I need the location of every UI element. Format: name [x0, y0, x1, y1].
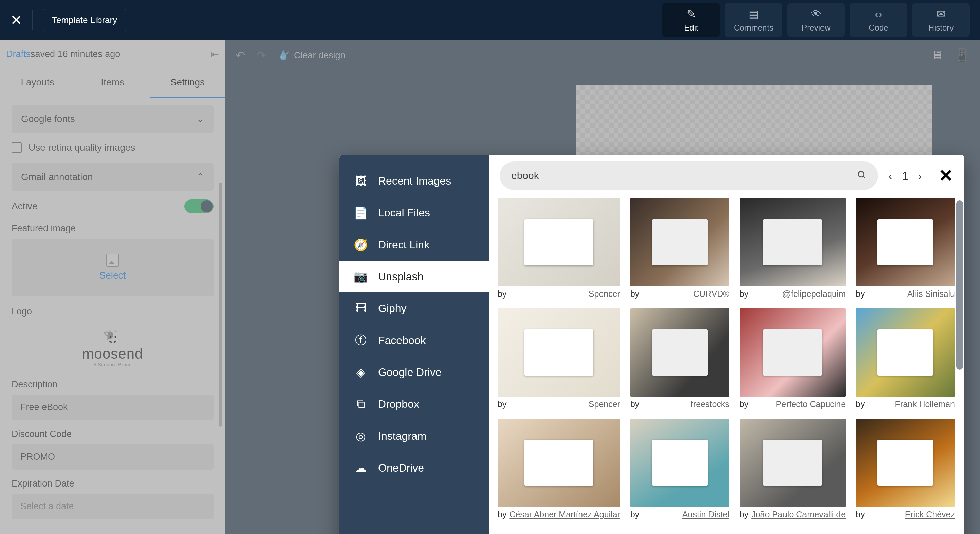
- mode-tab-code[interactable]: ‹› Code: [850, 3, 907, 37]
- source-label: Google Drive: [378, 366, 442, 378]
- by-label: by: [856, 289, 865, 299]
- source-instagram[interactable]: ◎Instagram: [339, 420, 489, 452]
- author-link[interactable]: @felipepelaquim: [783, 289, 846, 299]
- by-label: by: [498, 289, 506, 299]
- author-link[interactable]: César Abner Martínez Aguilar: [509, 510, 620, 520]
- mode-tabs: ✎ Edit ▤ Comments 👁 Preview ‹› Code ✉ Hi…: [662, 3, 970, 37]
- author-link[interactable]: Frank Holleman: [895, 399, 955, 409]
- pager: ‹ 1 ›: [888, 169, 922, 183]
- cloud-icon: ☁: [355, 461, 367, 474]
- author-link[interactable]: Erick Chévez: [905, 510, 955, 520]
- film-icon: 🎞: [355, 302, 367, 315]
- thumb-image[interactable]: [630, 308, 730, 397]
- source-unsplash[interactable]: 📷Unsplash: [339, 261, 489, 292]
- file-icon: 📄: [355, 206, 367, 219]
- source-onedrive[interactable]: ☁OneDrive: [339, 452, 489, 484]
- source-label: Unsplash: [378, 270, 423, 283]
- mode-tab-edit[interactable]: ✎ Edit: [662, 3, 720, 37]
- result-thumb[interactable]: byFrank Holleman: [856, 308, 955, 409]
- author-link[interactable]: Spencer: [589, 289, 620, 299]
- result-thumb[interactable]: byAustin Distel: [630, 419, 730, 520]
- author-link[interactable]: Austin Distel: [682, 510, 730, 520]
- source-direct-link[interactable]: 🧭Direct Link: [339, 229, 489, 261]
- author-link[interactable]: João Paulo Carnevalli de: [751, 510, 846, 520]
- results-grid[interactable]: bySpencer byCURVD® by@felipepelaquim byA…: [489, 197, 964, 534]
- by-label: by: [630, 510, 639, 520]
- source-local-files[interactable]: 📄Local Files: [339, 197, 489, 229]
- prev-page-icon[interactable]: ‹: [888, 169, 892, 183]
- thumb-image[interactable]: [630, 419, 730, 507]
- thumb-image[interactable]: [630, 198, 730, 286]
- author-link[interactable]: Perfecto Capucine: [776, 399, 846, 409]
- close-modal-icon[interactable]: ✕: [939, 165, 953, 186]
- main: Drafts saved 16 minutes ago ⇤ Layouts It…: [0, 40, 980, 534]
- image-picker-main: ‹ 1 › ✕ bySpencer byCURVD® by@felipepela…: [489, 155, 964, 534]
- envelope-icon: ✉: [937, 8, 946, 21]
- result-thumb[interactable]: byPerfecto Capucine: [740, 308, 846, 409]
- camera-icon: 📷: [355, 270, 367, 283]
- thumb-image[interactable]: [856, 419, 955, 507]
- thumb-image[interactable]: [740, 198, 846, 286]
- search-field[interactable]: [500, 162, 878, 190]
- source-giphy[interactable]: 🎞Giphy: [339, 292, 489, 324]
- facebook-icon: ⓕ: [355, 334, 367, 347]
- mode-label: Code: [869, 23, 888, 33]
- source-label: Instagram: [378, 430, 426, 442]
- by-label: by: [856, 399, 865, 409]
- thumb-image[interactable]: [498, 419, 620, 507]
- result-thumb[interactable]: byJoão Paulo Carnevalli de: [740, 419, 846, 520]
- image-icon: 🖼: [355, 174, 367, 187]
- dropbox-icon: ⧉: [355, 397, 367, 410]
- source-label: Local Files: [378, 207, 430, 219]
- by-label: by: [856, 510, 865, 520]
- by-label: by: [498, 399, 506, 409]
- result-thumb[interactable]: bySpencer: [498, 198, 620, 299]
- search-input[interactable]: [511, 170, 850, 181]
- top-bar: ✕ Template Library ✎ Edit ▤ Comments 👁 P…: [0, 0, 980, 40]
- code-icon: ‹›: [875, 8, 882, 21]
- thumb-image[interactable]: [498, 198, 620, 286]
- by-label: by: [498, 510, 506, 520]
- divider: [32, 10, 33, 30]
- svg-point-0: [859, 171, 864, 177]
- next-page-icon[interactable]: ›: [918, 169, 922, 183]
- source-recent-images[interactable]: 🖼Recent Images: [339, 165, 489, 197]
- source-google-drive[interactable]: ◈Google Drive: [339, 356, 489, 388]
- search-icon[interactable]: [857, 169, 867, 183]
- thumb-image[interactable]: [498, 308, 620, 397]
- source-label: OneDrive: [378, 462, 424, 474]
- mode-label: Edit: [684, 23, 698, 33]
- source-facebook[interactable]: ⓕFacebook: [339, 324, 489, 356]
- source-label: Recent Images: [378, 175, 451, 187]
- result-thumb[interactable]: bySpencer: [498, 308, 620, 409]
- author-link[interactable]: Aliis Sinisalu: [907, 289, 955, 299]
- by-label: by: [630, 399, 639, 409]
- result-thumb[interactable]: byCésar Abner Martínez Aguilar: [498, 419, 620, 520]
- thumb-image[interactable]: [740, 419, 846, 507]
- source-dropbox[interactable]: ⧉Dropbox: [339, 388, 489, 420]
- mode-tab-preview[interactable]: 👁 Preview: [787, 3, 845, 37]
- grid-scrollbar[interactable]: [956, 200, 963, 370]
- pencil-icon: ✎: [687, 8, 696, 21]
- result-thumb[interactable]: byErick Chévez: [856, 419, 955, 520]
- result-thumb[interactable]: by@felipepelaquim: [740, 198, 846, 299]
- mode-tab-comments[interactable]: ▤ Comments: [725, 3, 783, 37]
- result-thumb[interactable]: byfreestocks: [630, 308, 730, 409]
- mode-tab-history[interactable]: ✉ History: [912, 3, 970, 37]
- thumb-image[interactable]: [856, 308, 955, 397]
- thumb-image[interactable]: [856, 198, 955, 286]
- close-editor-icon[interactable]: ✕: [10, 12, 22, 29]
- author-link[interactable]: Spencer: [589, 399, 620, 409]
- result-thumb[interactable]: byAliis Sinisalu: [856, 198, 955, 299]
- topbar-left: ✕ Template Library: [10, 9, 126, 31]
- mode-label: Comments: [734, 23, 773, 33]
- source-label: Direct Link: [378, 238, 430, 251]
- author-link[interactable]: CURVD®: [693, 289, 730, 299]
- instagram-icon: ◎: [355, 429, 367, 442]
- thumb-image[interactable]: [740, 308, 846, 397]
- result-thumb[interactable]: byCURVD®: [630, 198, 730, 299]
- image-picker-header: ‹ 1 › ✕: [489, 155, 964, 197]
- author-link[interactable]: freestocks: [691, 399, 730, 409]
- template-library-button[interactable]: Template Library: [43, 9, 126, 31]
- by-label: by: [740, 399, 748, 409]
